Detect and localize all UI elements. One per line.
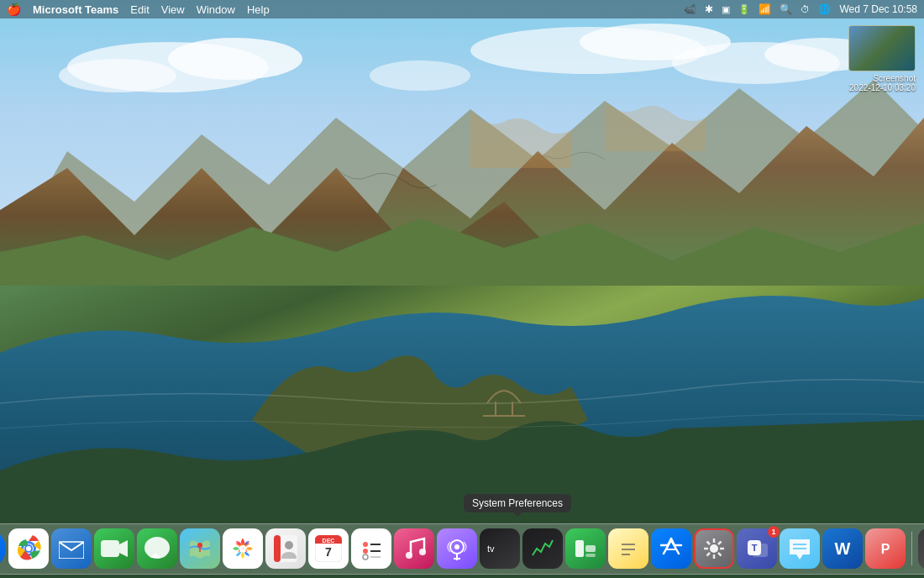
- dock-item-faceup[interactable]: P: [865, 528, 906, 569]
- svg-rect-75: [585, 554, 596, 557]
- svg-line-87: [718, 542, 722, 545]
- bluetooth-icon[interactable]: ✱: [705, 3, 713, 15]
- dock-item-photos[interactable]: [223, 528, 263, 569]
- svg-text:DEC: DEC: [323, 538, 335, 544]
- contacts-icon[interactable]: [265, 528, 306, 569]
- svg-rect-42: [101, 540, 119, 557]
- dock-item-word[interactable]: W: [822, 528, 863, 569]
- display-icon[interactable]: ▣: [722, 4, 730, 15]
- app-name[interactable]: Microsoft Teams: [33, 3, 118, 16]
- collab-icon[interactable]: [780, 528, 820, 569]
- svg-text:tv: tv: [487, 544, 495, 554]
- dock-separator: [911, 532, 912, 565]
- music-icon[interactable]: [394, 528, 434, 569]
- dock-item-numbers[interactable]: [565, 528, 606, 569]
- svg-point-69: [454, 544, 459, 549]
- svg-point-53: [285, 541, 293, 549]
- menu-window[interactable]: Window: [197, 3, 235, 16]
- camera-icon[interactable]: 📹: [684, 3, 696, 15]
- dock-item-controlcenter[interactable]: [918, 528, 924, 569]
- svg-point-66: [406, 552, 412, 559]
- wifi-icon[interactable]: 📶: [759, 3, 771, 15]
- word-icon[interactable]: W: [822, 528, 863, 569]
- dock-item-system-preferences[interactable]: [694, 528, 734, 569]
- svg-text:P: P: [881, 542, 890, 556]
- desktop: 🍎 Microsoft Teams Edit View Window Help …: [0, 0, 924, 578]
- svg-marker-43: [119, 540, 128, 557]
- dock-item-collab[interactable]: [780, 528, 820, 569]
- dock-item-contacts[interactable]: [265, 528, 306, 569]
- faceup-icon[interactable]: P: [865, 528, 906, 569]
- svg-rect-74: [585, 545, 596, 552]
- calendar-icon[interactable]: DEC 7: [308, 528, 349, 569]
- dock-item-music[interactable]: [394, 528, 434, 569]
- podcasts-icon[interactable]: [437, 528, 477, 569]
- dock-item-teams[interactable]: T 1: [737, 528, 777, 569]
- mail-icon[interactable]: [51, 528, 92, 569]
- siri-icon[interactable]: 🌐: [818, 3, 831, 15]
- menubar-left: 🍎 Microsoft Teams Edit View Window Help: [7, 3, 270, 16]
- svg-point-39: [26, 546, 31, 551]
- menu-view[interactable]: View: [161, 3, 185, 16]
- dock-item-chrome[interactable]: [8, 528, 49, 569]
- numbers-icon[interactable]: [565, 528, 606, 569]
- screentime-icon[interactable]: ⏱: [801, 4, 810, 14]
- dock-item-maps[interactable]: [180, 528, 220, 569]
- dock-item-podcasts[interactable]: [437, 528, 477, 569]
- dock-item-stocks[interactable]: [522, 528, 563, 569]
- menubar: 🍎 Microsoft Teams Edit View Window Help …: [0, 0, 924, 18]
- svg-point-67: [419, 549, 426, 555]
- facetime-icon[interactable]: [94, 528, 134, 569]
- battery-icon[interactable]: 🔋: [738, 4, 750, 15]
- svg-point-8: [370, 60, 470, 91]
- teams-badge: 1: [768, 526, 780, 538]
- dock-item-calendar[interactable]: DEC 7: [308, 528, 349, 569]
- svg-rect-73: [575, 540, 584, 557]
- svg-point-2: [168, 38, 302, 80]
- dock-item-reminders[interactable]: [351, 528, 391, 569]
- dock: DEC 7: [0, 523, 924, 575]
- search-icon[interactable]: 🔍: [780, 3, 792, 15]
- screenshot-label: Screenshot 2022-12-10 03:20: [849, 74, 916, 92]
- dock-item-safari[interactable]: [0, 528, 6, 569]
- svg-point-60: [363, 542, 368, 547]
- safari-icon[interactable]: [0, 528, 6, 569]
- svg-line-88: [707, 553, 711, 556]
- menu-help[interactable]: Help: [247, 3, 270, 16]
- svg-point-47: [197, 543, 202, 548]
- svg-point-80: [710, 544, 718, 553]
- svg-text:W: W: [835, 539, 851, 558]
- controlcenter-icon[interactable]: [918, 528, 924, 569]
- appletv-icon[interactable]: tv: [480, 528, 520, 569]
- svg-rect-52: [274, 535, 281, 562]
- svg-point-50: [241, 547, 244, 550]
- svg-line-86: [718, 553, 722, 556]
- notes-icon[interactable]: [608, 528, 648, 569]
- appstore-icon[interactable]: [651, 528, 691, 569]
- dock-item-notes[interactable]: [608, 528, 648, 569]
- reminders-icon[interactable]: [351, 528, 391, 569]
- messages-icon[interactable]: [137, 528, 177, 569]
- dock-item-messages[interactable]: [137, 528, 177, 569]
- dock-item-mail[interactable]: [51, 528, 92, 569]
- dock-item-facetime[interactable]: [94, 528, 134, 569]
- photos-icon[interactable]: [223, 528, 263, 569]
- svg-text:T: T: [752, 543, 758, 553]
- svg-point-62: [363, 549, 368, 554]
- dock-item-appstore[interactable]: [651, 528, 691, 569]
- svg-point-3: [59, 59, 176, 92]
- stocks-icon[interactable]: [522, 528, 563, 569]
- svg-line-85: [707, 542, 711, 545]
- dock-item-appletv[interactable]: tv: [480, 528, 520, 569]
- apple-menu-icon[interactable]: 🍎: [7, 3, 21, 16]
- svg-text:7: 7: [325, 545, 332, 559]
- datetime[interactable]: Wed 7 Dec 10:58: [839, 3, 917, 15]
- maps-icon[interactable]: [180, 528, 220, 569]
- system-preferences-icon[interactable]: [694, 528, 734, 569]
- chrome-icon[interactable]: [8, 528, 49, 569]
- screenshot-thumbnail[interactable]: [848, 25, 916, 71]
- menu-edit[interactable]: Edit: [130, 3, 149, 16]
- menubar-right: 📹 ✱ ▣ 🔋 📶 🔍 ⏱ 🌐 Wed 7 Dec 10:58: [684, 3, 917, 15]
